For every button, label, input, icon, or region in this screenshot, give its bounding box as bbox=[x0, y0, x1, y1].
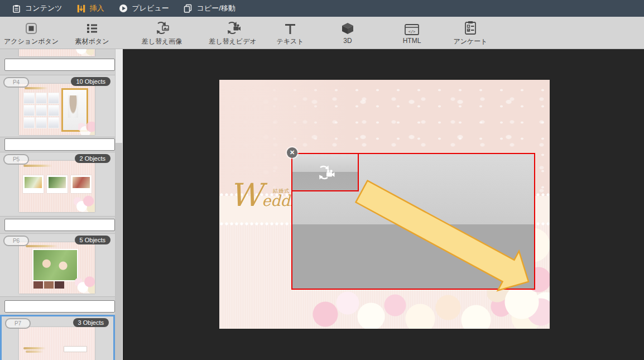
menu-label: コピー/移動 bbox=[197, 3, 236, 13]
replace-image-icon bbox=[131, 20, 193, 35]
page-item-p4[interactable]: P4 10 Objects bbox=[0, 75, 115, 137]
object-count-badge: 5 Objects bbox=[75, 236, 110, 244]
page-thumbnail bbox=[19, 327, 95, 360]
tool-replace-image[interactable]: 差し替え画像 bbox=[131, 20, 193, 47]
page-number-badge: P7 bbox=[5, 318, 31, 329]
editor-area: Wedding 結婚式 bbox=[123, 49, 644, 360]
menu-label: コンテンツ bbox=[25, 3, 63, 13]
page-thumbnail bbox=[19, 242, 95, 294]
cube-3d-icon bbox=[317, 20, 378, 35]
sidebar-scrollbar-track[interactable] bbox=[115, 49, 123, 360]
menu-insert[interactable]: 挿入 bbox=[71, 0, 113, 17]
page-item-p7[interactable]: P7 3 Objects bbox=[0, 315, 115, 360]
preview-icon bbox=[119, 4, 128, 13]
tool-label: HTML bbox=[381, 37, 443, 45]
tool-material-button[interactable]: 素材ボタン bbox=[61, 20, 123, 47]
object-count-badge: 10 Objects bbox=[71, 77, 110, 86]
menu-label: プレビュー bbox=[132, 3, 169, 13]
page-heading-kanji: 結婚式 bbox=[273, 188, 290, 195]
object-count-badge: 2 Objects bbox=[75, 154, 110, 163]
page-item-p5[interactable]: P5 2 Objects bbox=[0, 152, 115, 217]
tool-3d[interactable]: 3D bbox=[317, 20, 378, 47]
tool-action-button[interactable]: アクションボタン bbox=[1, 20, 62, 47]
menu-contents[interactable]: コンテンツ bbox=[7, 0, 71, 17]
object-count-badge: 3 Objects bbox=[73, 318, 109, 327]
tool-survey[interactable]: アンケート bbox=[440, 20, 501, 47]
contents-icon bbox=[12, 4, 21, 13]
insert-toolbar: アクションボタン 素材ボタン 差し替え画像 差し替えビデオ テキスト bbox=[0, 17, 644, 49]
wedding-page-canvas[interactable]: Wedding 結婚式 bbox=[219, 80, 550, 329]
page-thumbnail bbox=[19, 49, 95, 56]
page-thumbnail bbox=[19, 161, 95, 212]
tool-label: 差し替え画像 bbox=[131, 37, 193, 46]
html-code-icon: </> bbox=[381, 20, 443, 35]
insert-icon bbox=[77, 4, 85, 13]
page-number-badge: P4 bbox=[3, 77, 29, 88]
menu-copy-move[interactable]: コピー/移動 bbox=[178, 0, 244, 17]
tool-label: 3D bbox=[317, 37, 378, 45]
survey-icon bbox=[440, 20, 501, 35]
replace-video-icon bbox=[315, 164, 336, 181]
page-number-badge: P5 bbox=[3, 154, 29, 165]
page-item-p6[interactable]: P6 5 Objects bbox=[0, 233, 115, 297]
menu-preview[interactable]: プレビュー bbox=[113, 0, 178, 17]
material-button-icon bbox=[61, 20, 123, 35]
video-placeholder[interactable] bbox=[291, 153, 359, 191]
replace-video-icon bbox=[202, 20, 263, 35]
tool-replace-video[interactable]: 差し替えビデオ bbox=[202, 20, 263, 47]
page-title-input[interactable] bbox=[4, 138, 115, 151]
tool-label: 素材ボタン bbox=[61, 37, 123, 46]
tool-label: 差し替えビデオ bbox=[202, 37, 263, 46]
pages-sidebar: P4 10 Objects P5 2 Objects bbox=[0, 49, 123, 360]
text-icon bbox=[259, 20, 321, 35]
page-number-badge: P6 bbox=[3, 236, 29, 246]
page-title-input[interactable] bbox=[4, 300, 115, 313]
menu-label: 挿入 bbox=[90, 3, 104, 13]
action-button-icon bbox=[1, 20, 62, 35]
svg-text:</>: </> bbox=[408, 30, 416, 34]
page-title-input[interactable] bbox=[4, 59, 115, 71]
authoring-app-window: コンテンツ 挿入 プレビュー コピー/移動 アクションボタン bbox=[0, 0, 644, 360]
page-thumbnail bbox=[19, 84, 95, 135]
tool-text[interactable]: テキスト bbox=[259, 20, 321, 47]
drop-zone-overlay-bottom bbox=[292, 224, 534, 289]
tool-label: アクションボタン bbox=[1, 37, 62, 46]
copy-move-icon bbox=[184, 4, 193, 13]
tool-label: テキスト bbox=[259, 37, 321, 46]
tool-html[interactable]: </> HTML bbox=[381, 20, 443, 47]
tool-label: アンケート bbox=[440, 37, 501, 46]
page-title-input[interactable] bbox=[4, 219, 115, 231]
close-button[interactable]: ✕ bbox=[287, 147, 297, 158]
top-menubar: コンテンツ 挿入 プレビュー コピー/移動 bbox=[0, 0, 644, 17]
sidebar-scrollbar-thumb[interactable] bbox=[116, 143, 122, 360]
